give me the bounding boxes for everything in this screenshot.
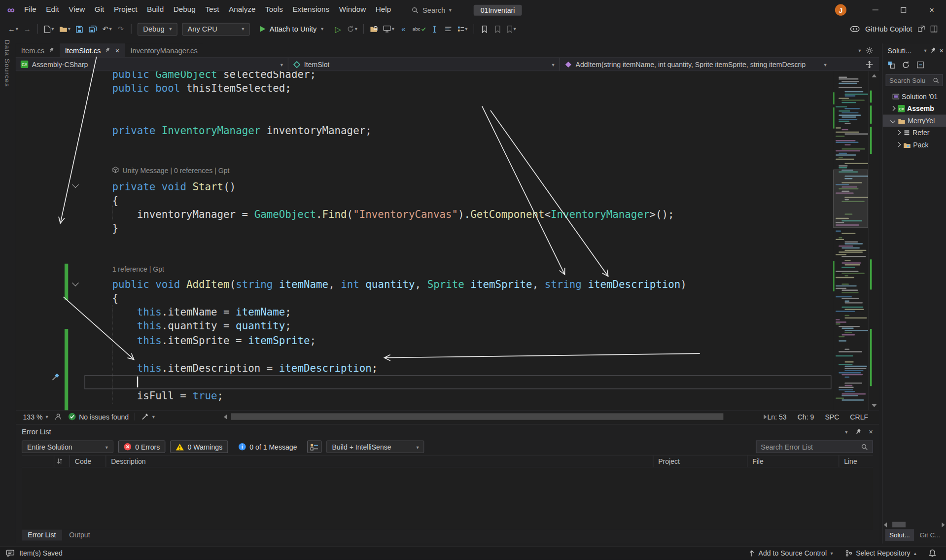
menu-item-project[interactable]: Project	[109, 0, 142, 20]
tree-item-refer[interactable]: Refer	[882, 127, 946, 139]
next-bookmark-icon[interactable]: ▾	[505, 22, 518, 35]
navigate-forward-icon[interactable]: →	[21, 22, 33, 35]
column-description[interactable]: Description	[106, 455, 653, 467]
column-code[interactable]: Code	[70, 455, 106, 467]
line-indicator[interactable]: Ln: 53	[768, 413, 787, 420]
collapse-chevron-icon[interactable]	[890, 118, 895, 123]
codelens-line[interactable]: 1 reference | Gpt	[87, 263, 686, 277]
minimap-slider[interactable]	[833, 170, 868, 228]
code-line[interactable]: public void AddItem(string itemName, int…	[87, 278, 686, 291]
window-position-icon[interactable]: ▾	[845, 429, 847, 435]
scope-dropdown[interactable]: Entire Solution▾	[22, 440, 113, 453]
code-line[interactable]: {	[87, 193, 686, 207]
tab-output[interactable]: Output	[63, 530, 96, 541]
fold-chevron-icon[interactable]	[72, 181, 79, 188]
live-preview-icon[interactable]: ▾	[382, 22, 396, 35]
menu-item-test[interactable]: Test	[201, 0, 224, 20]
find-in-files-icon[interactable]	[368, 22, 380, 35]
feedback-icon[interactable]	[6, 550, 14, 557]
zoom-control[interactable]: 133 %▾	[23, 413, 48, 420]
space-indicator[interactable]: SPC	[825, 413, 839, 420]
code-line[interactable]	[87, 375, 686, 389]
code-line[interactable]: }	[87, 221, 686, 235]
select-repository-button[interactable]: Select Repository ▴	[845, 550, 916, 557]
menu-item-edit[interactable]: Edit	[41, 0, 64, 20]
undo-icon[interactable]: ↶▾	[101, 22, 113, 35]
tree-item-assemb[interactable]: C#Assemb	[882, 103, 946, 114]
panel-horizontal-scrollbar[interactable]	[884, 520, 945, 529]
presence-icon[interactable]	[54, 413, 62, 420]
add-to-source-control-button[interactable]: Add to Source Control ▾	[749, 550, 833, 557]
hot-reload-icon[interactable]: ▾	[345, 22, 359, 35]
save-icon[interactable]	[73, 22, 85, 35]
code-line[interactable]	[87, 96, 686, 109]
pin-icon[interactable]	[105, 46, 110, 55]
show-whitespace-icon[interactable]	[442, 22, 454, 35]
close-tab-icon[interactable]: ×	[115, 46, 120, 55]
tree-item-merryyel[interactable]: MerryYel	[882, 115, 946, 127]
vertical-scrollbar[interactable]	[868, 71, 879, 410]
redo-icon[interactable]: ↷	[115, 22, 127, 35]
column-file[interactable]: File	[747, 455, 839, 467]
search-box[interactable]: Search ▾	[406, 3, 458, 17]
notifications-bell-icon[interactable]	[929, 549, 937, 558]
menu-item-analyze[interactable]: Analyze	[224, 0, 260, 20]
member-dropdown[interactable]: AddItem(string itemName, int quantity, S…	[560, 58, 832, 70]
type-dropdown[interactable]: ItemSlot ▾	[288, 58, 560, 70]
code-line[interactable]: {	[87, 291, 686, 305]
error-list-search-box[interactable]: Search Error List	[756, 440, 873, 453]
close-panel-icon[interactable]: ×	[940, 46, 944, 55]
scroll-down-icon[interactable]	[872, 404, 876, 407]
refresh-icon[interactable]	[902, 61, 910, 69]
minimize-button[interactable]	[861, 0, 889, 20]
eol-indicator[interactable]: CRLF	[850, 413, 868, 420]
save-all-icon[interactable]	[87, 22, 100, 35]
tree-item-pack[interactable]: Pack	[882, 139, 946, 150]
maximize-button[interactable]	[889, 0, 918, 20]
menu-item-window[interactable]: Window	[334, 0, 371, 20]
minimap[interactable]	[833, 71, 868, 410]
code-line[interactable]: public GameObject selectedShader;	[87, 71, 686, 81]
panel-layout-icon[interactable]	[930, 25, 938, 33]
bookmark-icon[interactable]	[478, 22, 490, 35]
scroll-right-icon[interactable]	[942, 523, 945, 527]
tab-list-dropdown-icon[interactable]: ▾	[858, 47, 861, 53]
filter-dropdown[interactable]: Build + IntelliSense▾	[326, 440, 424, 453]
quick-actions-screwdriver-icon[interactable]	[51, 373, 60, 384]
code-line[interactable]: public bool thisItemSelected;	[87, 81, 686, 95]
code-cleanup-icon[interactable]: ▾	[141, 413, 155, 420]
avatar[interactable]: J	[835, 4, 846, 16]
codelens-line[interactable]: Unity Message | 0 references | Gpt	[87, 166, 686, 179]
attach-to-unity-button[interactable]: Attach to Unity ▾	[255, 22, 328, 35]
caret-navigation-icon[interactable]	[429, 22, 441, 35]
editor-options-gear-icon[interactable]	[866, 47, 873, 54]
messages-filter-button[interactable]: 0 of 1 Message	[233, 440, 303, 453]
horizontal-scrollbar[interactable]	[224, 413, 767, 420]
close-panel-icon[interactable]: ×	[869, 427, 873, 436]
close-button[interactable]: ×	[917, 0, 946, 20]
expand-chevron-icon[interactable]	[896, 142, 901, 147]
list-members-icon[interactable]: ▾	[455, 22, 469, 35]
code-line[interactable]: private void Start()	[87, 179, 686, 193]
code-line[interactable]: this.itemSprite = itemSprite;	[87, 333, 686, 347]
navigate-back-icon[interactable]: ←▾	[6, 22, 20, 35]
errors-filter-button[interactable]: 0 Errors	[118, 440, 165, 453]
expand-chevron-icon[interactable]	[890, 106, 895, 111]
tab-git-changes[interactable]: Git C...	[915, 529, 945, 541]
open-chat-icon[interactable]	[917, 25, 925, 33]
split-window-icon[interactable]	[860, 58, 879, 70]
code-line[interactable]	[87, 249, 686, 263]
scroll-left-icon[interactable]	[224, 414, 227, 419]
menu-item-build[interactable]: Build	[142, 0, 169, 20]
solution-configurations-dropdown[interactable]: Debug▾	[138, 23, 177, 35]
previous-bookmark-icon[interactable]	[491, 22, 503, 35]
spell-check-icon[interactable]: abc	[411, 22, 427, 35]
tab-inventorymanager-cs[interactable]: InventoryManager.cs	[125, 43, 203, 57]
menu-item-extensions[interactable]: Extensions	[288, 0, 334, 20]
collapse-all-icon[interactable]	[916, 61, 924, 69]
scroll-right-icon[interactable]	[764, 414, 767, 419]
warnings-filter-button[interactable]: 0 Warnings	[170, 440, 228, 453]
menu-item-file[interactable]: File	[19, 0, 41, 20]
code-line[interactable]: private InventoryManager inventoryManage…	[87, 124, 686, 138]
fold-chevron-icon[interactable]	[72, 280, 79, 286]
